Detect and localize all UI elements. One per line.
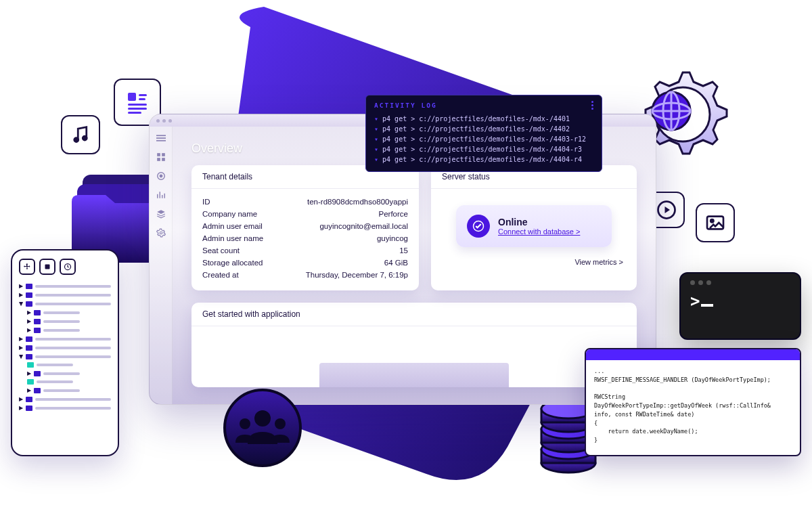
code-content: ... RWSF_DEFINE_MESSAGE_HANDLER (DayOfWe… bbox=[586, 360, 800, 452]
tenant-detail-row: IDten-rd8908dcmdhso800yappi bbox=[202, 196, 408, 208]
get-started-placeholder bbox=[319, 363, 509, 387]
svg-rect-4 bbox=[128, 93, 136, 101]
tree-item[interactable] bbox=[19, 378, 111, 386]
code-window: ... RWSF_DEFINE_MESSAGE_HANDLER (DayOfWe… bbox=[585, 348, 801, 456]
svg-point-28 bbox=[160, 175, 162, 177]
move-tool-button[interactable] bbox=[19, 259, 35, 275]
file-tree-panel: ▶ ▶ ▶ ▶ ▶ ▶ ▶ ▶ ▶ ▶ ▶ ▶ ▶ bbox=[11, 249, 119, 456]
svg-point-44 bbox=[240, 418, 250, 429]
svg-rect-5 bbox=[139, 94, 147, 96]
tenant-details-card: Tenant details IDten-rd8908dcmdhso800yap… bbox=[191, 165, 419, 290]
svg-rect-25 bbox=[157, 158, 160, 161]
svg-rect-21 bbox=[156, 137, 166, 139]
tree-item[interactable]: ▶ bbox=[19, 290, 111, 299]
tree-item[interactable]: ▶ bbox=[19, 386, 111, 395]
svg-rect-23 bbox=[157, 153, 160, 156]
file-tree: ▶ ▶ ▶ ▶ ▶ ▶ ▶ ▶ ▶ ▶ ▶ ▶ ▶ bbox=[19, 282, 111, 412]
tree-item[interactable] bbox=[19, 361, 111, 369]
music-icon bbox=[61, 115, 100, 154]
nav-sidebar bbox=[150, 127, 173, 404]
grid-icon[interactable] bbox=[156, 152, 166, 162]
tenant-detail-row: Created atThursday, December 7, 6:19p bbox=[202, 269, 408, 281]
image-icon bbox=[696, 203, 735, 242]
target-icon[interactable] bbox=[156, 171, 166, 181]
view-metrics-link[interactable]: View metrics > bbox=[574, 258, 623, 266]
svg-point-2 bbox=[74, 138, 78, 142]
tree-item[interactable]: ▶ bbox=[19, 308, 111, 317]
svg-point-12 bbox=[710, 219, 713, 222]
svg-point-29 bbox=[160, 232, 162, 234]
svg-rect-6 bbox=[139, 98, 145, 100]
svg-point-45 bbox=[275, 418, 286, 429]
svg-point-3 bbox=[83, 136, 87, 140]
svg-rect-31 bbox=[45, 265, 50, 269]
server-status-chip: Online Connect with database > bbox=[456, 205, 612, 247]
stop-tool-button[interactable] bbox=[39, 259, 55, 275]
tree-item[interactable]: ▶ bbox=[19, 334, 111, 343]
check-circle-icon bbox=[467, 215, 490, 238]
activity-log-title: ACTIVITY LOG bbox=[374, 102, 437, 109]
activity-log-line: p4 get > c://projectfiles/demofiles-/mdx… bbox=[374, 154, 593, 165]
tree-item[interactable]: ▶ bbox=[19, 369, 111, 378]
tree-item[interactable]: ▶ bbox=[19, 352, 111, 361]
svg-rect-22 bbox=[156, 140, 166, 141]
svg-rect-24 bbox=[162, 153, 165, 156]
get-started-title: Get started with application bbox=[191, 303, 637, 326]
tenant-detail-row: Seat count15 bbox=[202, 244, 408, 257]
tenant-detail-row: Admin user emailguyincognito@email.local bbox=[202, 220, 408, 232]
drag-handle-icon[interactable] bbox=[591, 101, 593, 110]
terminal-prompt[interactable]: > bbox=[690, 292, 790, 311]
activity-log-line: p4 get > c://projectfiles/demofiles-/mdx… bbox=[374, 144, 593, 154]
tree-item[interactable]: ▶ bbox=[19, 282, 111, 290]
tree-item[interactable]: ▶ bbox=[19, 395, 111, 403]
svg-rect-26 bbox=[162, 158, 165, 161]
team-badge-icon bbox=[222, 387, 303, 468]
svg-point-43 bbox=[254, 410, 271, 427]
svg-rect-8 bbox=[128, 108, 147, 110]
code-window-titlebar bbox=[586, 349, 800, 360]
tenant-detail-row: Storage allocated64 GiB bbox=[202, 257, 408, 269]
activity-log-line: p4 get > c://projectfiles/demofiles-/mdx… bbox=[374, 124, 593, 134]
tree-item[interactable]: ▶ bbox=[19, 326, 111, 334]
menu-icon[interactable] bbox=[156, 133, 166, 143]
activity-log-line: p4 get > c://projectfiles/demofiles-/mdx… bbox=[374, 134, 593, 144]
svg-point-42 bbox=[225, 390, 300, 466]
tree-item[interactable]: ▶ bbox=[19, 403, 111, 412]
tree-item[interactable]: ▶ bbox=[19, 317, 111, 326]
settings-icon[interactable] bbox=[156, 228, 166, 238]
layers-icon[interactable] bbox=[156, 209, 166, 219]
server-status-card: Server status Online Connect with databa… bbox=[431, 165, 637, 290]
svg-rect-20 bbox=[156, 135, 166, 136]
server-status-label: Online bbox=[498, 217, 580, 227]
svg-rect-7 bbox=[128, 104, 147, 106]
svg-rect-9 bbox=[128, 112, 141, 114]
terminal-window: > bbox=[679, 272, 801, 340]
window-controls bbox=[690, 280, 790, 285]
clock-tool-button[interactable] bbox=[60, 259, 76, 275]
tree-item[interactable]: ▶ bbox=[19, 343, 111, 352]
activity-log-line: p4 get > c://projectfiles/demofiles-/mdx… bbox=[374, 114, 593, 124]
tenant-detail-row: Admin user nameguyincog bbox=[202, 232, 408, 244]
get-started-card: Get started with application bbox=[191, 303, 637, 387]
activity-log-panel: ACTIVITY LOG p4 get > c://projectfiles/d… bbox=[365, 95, 602, 172]
connect-database-link[interactable]: Connect with database > bbox=[498, 227, 580, 236]
tenant-detail-row: Company namePerforce bbox=[202, 208, 408, 220]
chart-icon[interactable] bbox=[156, 190, 166, 200]
tree-item[interactable]: ▶ bbox=[19, 299, 111, 308]
